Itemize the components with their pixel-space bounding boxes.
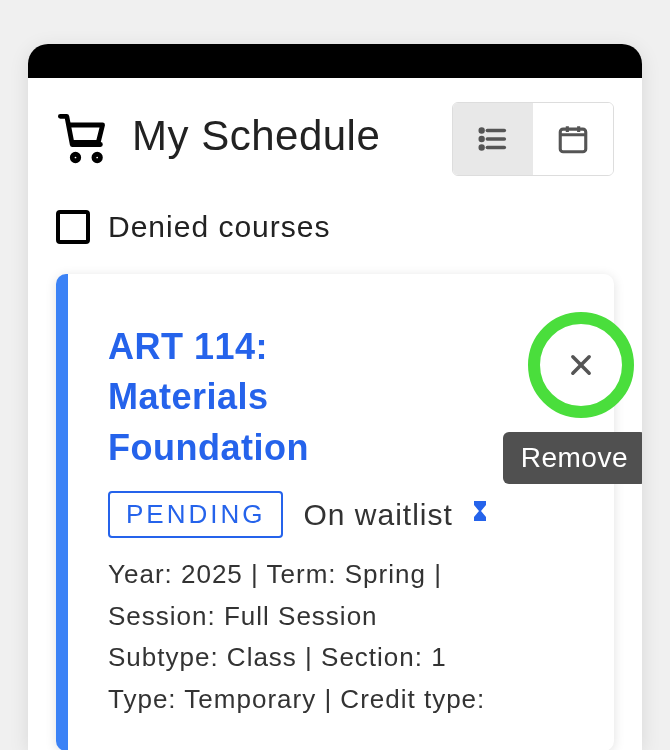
close-icon (567, 351, 595, 379)
details-line: Subtype: Class | Section: 1 (108, 637, 582, 679)
calendar-view-button[interactable] (533, 103, 613, 175)
page-title: My Schedule (132, 109, 428, 164)
course-title-link[interactable]: ART 114: Materials Foundation (108, 322, 388, 473)
window-titlebar (28, 44, 642, 78)
status-row: PENDING On waitlist (108, 491, 582, 538)
denied-courses-row: Denied courses (28, 186, 642, 274)
svg-point-6 (480, 138, 483, 141)
svg-point-0 (72, 154, 79, 161)
details-line: Type: Temporary | Credit type: (108, 679, 582, 721)
calendar-icon (556, 122, 590, 156)
status-badge: PENDING (108, 491, 283, 538)
remove-course-button[interactable] (528, 312, 634, 418)
svg-point-5 (480, 129, 483, 132)
details-line: Session: Full Session (108, 596, 582, 638)
denied-courses-checkbox[interactable] (56, 210, 90, 244)
course-card: ART 114: Materials Foundation Remove PEN… (56, 274, 614, 750)
hourglass-icon (468, 497, 492, 532)
app-window: My Schedule (28, 44, 642, 750)
denied-courses-label: Denied courses (108, 210, 330, 244)
svg-point-7 (480, 146, 483, 149)
list-icon (476, 122, 510, 156)
cart-icon (56, 112, 108, 168)
svg-rect-8 (560, 129, 586, 152)
waitlist-text: On waitlist (303, 498, 452, 531)
svg-point-1 (94, 154, 101, 161)
waitlist-label: On waitlist (303, 497, 492, 532)
page-header: My Schedule (28, 78, 642, 186)
details-line: Year: 2025 | Term: Spring | (108, 554, 582, 596)
remove-tooltip: Remove (503, 432, 642, 484)
view-toggle (452, 102, 614, 176)
course-details: Year: 2025 | Term: Spring | Session: Ful… (108, 554, 582, 720)
list-view-button[interactable] (453, 103, 533, 175)
